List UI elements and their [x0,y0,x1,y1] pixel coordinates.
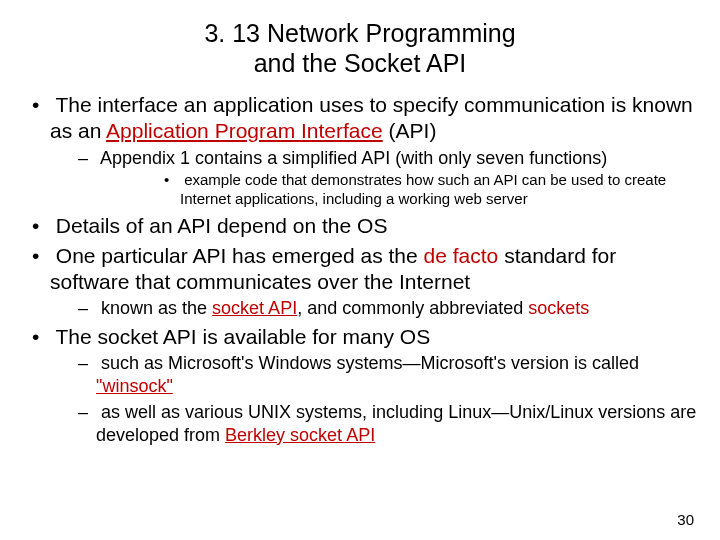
api-link[interactable]: Application Program Interface [106,119,383,142]
title-line-2: and the Socket API [22,48,698,78]
bullet-4-sub-2: as well as various UNIX systems, includi… [50,401,698,446]
text: known as the [101,298,212,318]
text: (API) [383,119,437,142]
socket-api-link[interactable]: socket API [212,298,297,318]
text: The socket API is available for many OS [55,325,430,348]
bullet-1: The interface an application uses to spe… [22,92,698,209]
bullet-list: The interface an application uses to spe… [22,92,698,446]
bullet-4: The socket API is available for many OS … [22,324,698,446]
defacto-text: de facto [424,244,499,267]
bullet-3: One particular API has emerged as the de… [22,243,698,320]
text: example code that demonstrates how such … [180,171,666,207]
text: , and commonly abbreviated [297,298,528,318]
bullet-3-sub-1: known as the socket API, and commonly ab… [50,297,698,320]
text: Appendix 1 contains a simplified API (wi… [100,148,607,168]
sockets-text: sockets [528,298,589,318]
title-line-1: 3. 13 Network Programming [22,18,698,48]
berkley-link[interactable]: Berkley socket API [225,425,375,445]
bullet-2: Details of an API depend on the OS [22,213,698,239]
winsock-link[interactable]: "winsock" [96,376,173,396]
bullet-4-sub-1: such as Microsoft's Windows systems—Micr… [50,352,698,397]
text: Details of an API depend on the OS [56,214,388,237]
bullet-1-sub-1-a: example code that demonstrates how such … [96,171,698,209]
text: One particular API has emerged as the [56,244,424,267]
page-number: 30 [677,511,694,528]
text: as well as various UNIX systems, includi… [96,402,696,445]
text: such as Microsoft's Windows systems—Micr… [101,353,639,373]
slide-title: 3. 13 Network Programming and the Socket… [22,18,698,78]
bullet-1-sub-1: Appendix 1 contains a simplified API (wi… [50,147,698,209]
